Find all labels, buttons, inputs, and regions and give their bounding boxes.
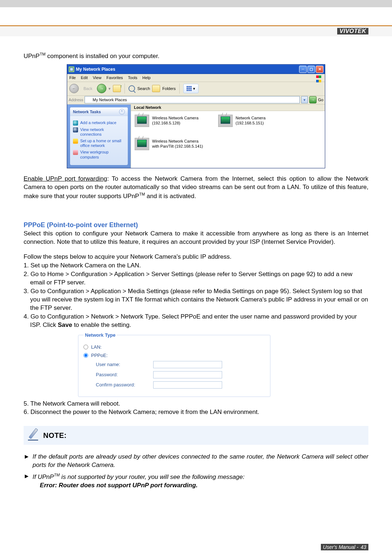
footer-label: User's Manual - <box>323 544 359 550</box>
pppoe-radio[interactable] <box>83 353 88 358</box>
folders-icon <box>152 85 160 92</box>
lan-option[interactable]: LAN: <box>83 344 265 350</box>
dropdown-caret-icon[interactable]: ▾ <box>109 86 111 91</box>
toolbar: ← Back → ▾ Search Folders ▾ <box>67 82 325 96</box>
camera-icon <box>218 115 233 127</box>
menu-edit[interactable]: Edit <box>81 75 88 80</box>
address-value: My Network Places <box>93 98 127 102</box>
note-bullets: ► If the default ports are already used … <box>24 453 368 489</box>
side-panel: Network Tasks ⌃ Add a network place View… <box>67 104 131 168</box>
camera-item[interactable]: Wireless Network Camera with Pan/Tilt (1… <box>135 138 204 150</box>
network-places-icon <box>86 97 91 102</box>
menu-favorites[interactable]: Favorites <box>106 75 123 80</box>
task-label: View network connections <box>80 127 125 137</box>
note-box: NOTE: <box>24 426 368 445</box>
menu-help[interactable]: Help <box>142 75 151 80</box>
step-3: 3. Go to Configuration > Application > M… <box>24 287 368 312</box>
steps-lead: Follow the steps below to acquire your N… <box>24 253 368 261</box>
pencil-icon <box>28 430 38 440</box>
go-button-icon[interactable]: → <box>309 96 317 103</box>
camera-icon <box>135 115 149 127</box>
maximize-button[interactable]: ▢ <box>307 66 315 73</box>
confirm-password-row: Confirm password: <box>83 381 265 389</box>
username-input[interactable] <box>153 361 222 368</box>
connections-icon <box>73 127 78 132</box>
up-folder-button[interactable] <box>113 85 121 92</box>
task-label: View workgroup computers <box>80 150 125 159</box>
camera-label: Network Camera (192.168.5.151) <box>236 116 287 126</box>
menu-file[interactable]: File <box>69 75 76 80</box>
toolbar-separator <box>179 83 180 94</box>
view-mode-button[interactable]: ▾ <box>183 84 199 93</box>
back-button-icon[interactable]: ← <box>69 84 79 93</box>
workgroup-icon <box>73 150 78 155</box>
steps-list: 1. Set up the Network Camera on the LAN.… <box>24 262 368 329</box>
explorer-body: Network Tasks ⌃ Add a network place View… <box>67 104 325 168</box>
password-row: Password: <box>83 371 265 378</box>
search-button[interactable]: Search <box>137 86 150 91</box>
step-1: 1. Set up the Network Camera on the LAN. <box>24 262 368 270</box>
network-places-icon <box>69 66 74 72</box>
camera-item[interactable]: Network Camera (192.168.5.151) <box>218 115 287 127</box>
page-footer: User's Manual - 43 <box>321 544 368 550</box>
dropdown-caret-icon: ▾ <box>193 86 195 91</box>
icons-area: Wireless Network Camera (192.168.5.128) … <box>131 111 325 157</box>
folders-button[interactable]: Folders <box>162 86 176 91</box>
brand-label: VIVOTEK <box>337 28 368 34</box>
globe-icon <box>73 120 78 126</box>
page: VIVOTEK UPnPTM component is installed on… <box>0 7 392 554</box>
menu-tools[interactable]: Tools <box>128 75 138 80</box>
step-4: 4. Go to Configuration > Network > Netwo… <box>24 313 368 329</box>
header-bar: VIVOTEK <box>0 25 392 36</box>
page-content: UPnPTM component is installed on your co… <box>24 52 368 490</box>
task-view-workgroup[interactable]: View workgroup computers <box>73 150 125 159</box>
password-label: Password: <box>96 372 150 377</box>
column-header[interactable]: Local Network <box>131 104 325 111</box>
task-label: Add a network place <box>80 120 117 125</box>
collapse-icon[interactable]: ⌃ <box>119 109 125 115</box>
note-bullet-1-text: If the default ports are already used by… <box>33 453 368 469</box>
address-input[interactable]: My Network Places <box>85 96 300 103</box>
go-button-label[interactable]: Go <box>318 98 323 102</box>
step-2: 2. Go to Home > Configuration > Applicat… <box>24 270 368 287</box>
windows-flag-icon <box>316 74 323 81</box>
task-add-network-place[interactable]: Add a network place <box>73 120 125 126</box>
task-setup-network[interactable]: Set up a home or small office network <box>73 139 125 148</box>
menu-bar: File Edit View Favorites Tools Help <box>67 74 325 82</box>
back-button-label[interactable]: Back <box>81 83 95 94</box>
note-bullet-1: ► If the default ports are already used … <box>24 453 368 469</box>
network-tasks-header[interactable]: Network Tasks ⌃ <box>70 107 128 116</box>
address-dropdown-button[interactable]: ▾ <box>301 96 308 103</box>
page-number: 43 <box>360 544 366 550</box>
confirm-password-label: Confirm password: <box>96 382 150 387</box>
pppoe-intro: Select this option to configure your Net… <box>24 230 368 246</box>
close-button[interactable]: ✕ <box>316 66 323 73</box>
after-steps-list: 5. The Network Camera will reboot. 6. Di… <box>24 400 368 417</box>
note-bullet-2-text: If UPnPTM is not supported by your route… <box>33 473 245 480</box>
camera-label: Wireless Network Camera (192.168.5.128) <box>152 116 204 126</box>
minimize-button[interactable]: ─ <box>299 66 307 73</box>
network-type-legend: Network Type <box>83 332 117 338</box>
note-error-text: Error: Router does not support UPnP port… <box>33 481 245 490</box>
camera-item[interactable]: Wireless Network Camera (192.168.5.128) <box>135 115 204 127</box>
lan-radio[interactable] <box>83 345 88 349</box>
triangle-bullet-icon: ► <box>24 472 30 490</box>
task-label: Set up a home or small office network <box>80 139 125 148</box>
address-label: Address <box>69 98 83 102</box>
home-network-icon <box>73 139 78 144</box>
lan-label: LAN: <box>91 344 102 350</box>
menu-view[interactable]: View <box>93 75 102 80</box>
main-panel: Local Network Wireless Network Camera (1… <box>131 104 325 168</box>
toolbar-separator <box>124 83 125 94</box>
pppoe-option[interactable]: PPPoE: <box>83 353 265 358</box>
window-title: My Network Places <box>76 67 115 72</box>
network-tasks-list: Add a network place View network connect… <box>70 116 128 165</box>
confirm-password-input[interactable] <box>153 381 222 389</box>
forward-button[interactable]: → <box>97 84 106 93</box>
task-view-connections[interactable]: View network connections <box>73 127 125 137</box>
window-controls: ─ ▢ ✕ <box>299 66 323 73</box>
note-bullet-2: ► If UPnPTM is not supported by your rou… <box>24 472 368 490</box>
thumbnails-icon <box>187 86 192 91</box>
password-input[interactable] <box>153 371 222 378</box>
pppoe-heading: PPPoE (Point-to-point over Ethernet) <box>24 221 368 229</box>
